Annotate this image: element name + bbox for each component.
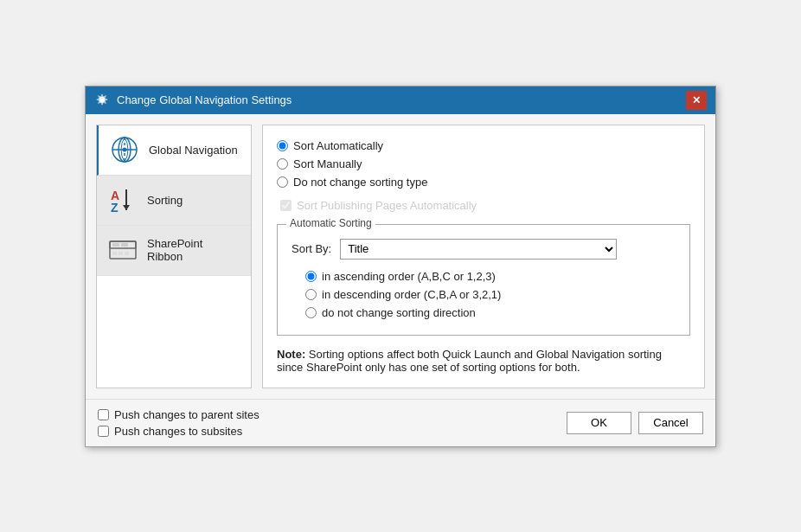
sidebar-item-sorting-label: Sorting [147,194,183,207]
note-prefix: Note: [277,348,305,361]
ascending-label[interactable]: in ascending order (A,B,C or 1,2,3) [322,270,496,283]
svg-rect-15 [121,243,128,247]
sort-publishing-checkbox [280,200,292,211]
dialog: Change Global Navigation Settings ✕ Glob… [85,86,716,447]
svg-rect-18 [125,252,129,255]
dialog-body: Global Navigation A Z Sorting [86,114,715,399]
push-parent-checkbox[interactable] [98,409,109,420]
no-change-direction-radio[interactable] [305,307,317,318]
svg-text:Z: Z [111,201,119,215]
sidebar-item-sharepoint-ribbon[interactable]: SharePoint Ribbon [97,226,251,276]
close-button[interactable]: ✕ [686,91,707,110]
footer-buttons: OK Cancel [567,412,703,434]
sidebar-item-sharepoint-ribbon-label: SharePoint Ribbon [147,237,240,263]
do-not-change-radio[interactable] [277,176,288,188]
push-subsites-checkbox[interactable] [98,426,109,437]
ok-button[interactable]: OK [567,412,631,434]
sort-automatically-radio[interactable] [277,140,288,151]
sorting-icon: A Z [107,184,138,215]
sort-automatically-row: Sort Automatically [277,139,690,152]
sharepoint-ribbon-icon [107,234,138,266]
sort-automatically-label[interactable]: Sort Automatically [293,139,383,152]
push-parent-row: Push changes to parent sites [98,408,260,421]
descending-row: in descending order (C,B,A or 3,2,1) [305,288,676,301]
sort-by-select[interactable]: Title [340,239,617,260]
descending-label[interactable]: in descending order (C,B,A or 3,2,1) [322,288,501,301]
footer-checkboxes: Push changes to parent sites Push change… [98,408,260,438]
cancel-button[interactable]: Cancel [638,412,703,434]
titlebar: Change Global Navigation Settings ✕ [86,87,715,114]
note-text: Sorting options affect both Quick Launch… [277,348,662,374]
settings-icon [94,93,110,108]
svg-rect-17 [119,252,123,255]
automatic-sorting-legend: Automatic Sorting [286,217,375,229]
note-box: Note: Sorting options affect both Quick … [277,348,690,374]
content-panel: Sort Automatically Sort Manually Do not … [262,125,705,388]
no-change-direction-row: do not change sorting direction [305,306,676,319]
sort-manually-row: Sort Manually [277,157,690,170]
push-subsites-label[interactable]: Push changes to subsites [114,425,242,438]
descending-radio[interactable] [305,289,317,300]
sidebar-item-sorting[interactable]: A Z Sorting [97,176,251,226]
global-navigation-icon [109,134,140,165]
svg-point-2 [101,99,103,100]
sort-publishing-row: Sort Publishing Pages Automatically [280,199,690,212]
dialog-title: Change Global Navigation Settings [117,93,292,106]
sort-type-group: Sort Automatically Sort Manually Do not … [277,139,690,189]
push-subsites-row: Push changes to subsites [98,425,260,438]
do-not-change-row: Do not change sorting type [277,176,690,189]
do-not-change-label[interactable]: Do not change sorting type [293,176,427,189]
ascending-row: in ascending order (A,B,C or 1,2,3) [305,270,676,283]
push-parent-label[interactable]: Push changes to parent sites [114,408,260,421]
sort-manually-label[interactable]: Sort Manually [293,157,362,170]
ascending-radio[interactable] [305,271,317,282]
sort-order-group: in ascending order (A,B,C or 1,2,3) in d… [305,270,676,319]
sort-publishing-label: Sort Publishing Pages Automatically [297,199,477,212]
svg-point-7 [123,148,127,152]
sort-by-row: Sort By: Title [292,239,676,260]
sort-by-label: Sort By: [292,242,331,255]
no-change-direction-label[interactable]: do not change sorting direction [322,306,476,319]
titlebar-left: Change Global Navigation Settings [94,93,292,108]
automatic-sorting-box: Automatic Sorting Sort By: Title in asce… [277,224,690,336]
sidebar: Global Navigation A Z Sorting [96,125,252,388]
sort-manually-radio[interactable] [277,158,288,170]
sidebar-item-global-navigation-label: Global Navigation [149,144,238,157]
dialog-footer: Push changes to parent sites Push change… [86,399,715,446]
svg-marker-11 [123,205,130,210]
svg-rect-14 [112,243,119,247]
svg-rect-16 [112,252,117,255]
sidebar-item-global-navigation[interactable]: Global Navigation [97,125,251,176]
